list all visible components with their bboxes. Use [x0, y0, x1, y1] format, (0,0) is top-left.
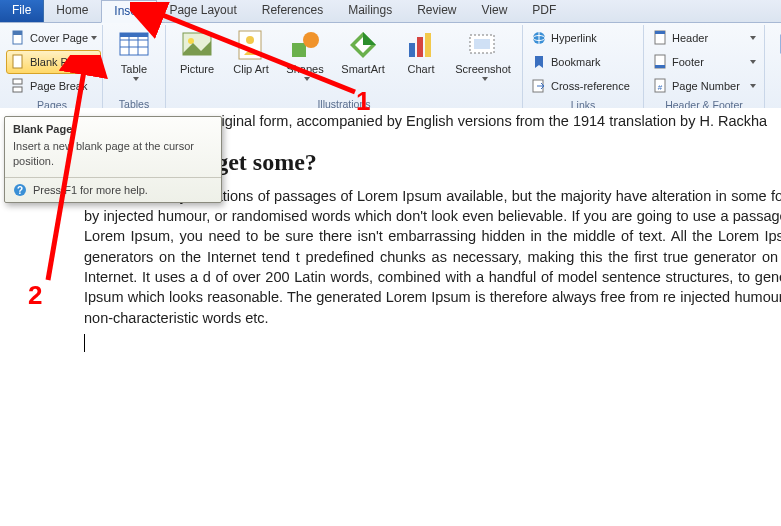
svg-rect-21 — [417, 37, 423, 57]
clip-art-icon — [235, 29, 267, 61]
table-label: Table — [121, 63, 147, 75]
footer-button[interactable]: Footer — [648, 50, 760, 74]
svg-rect-20 — [409, 43, 415, 57]
ribbon-insert: Cover Page Blank Page Page Break Pages T… — [0, 23, 781, 112]
cross-reference-button[interactable]: Cross-reference — [527, 74, 639, 98]
header-button[interactable]: Header — [648, 26, 760, 50]
group-tables: Table Tables — [103, 25, 166, 111]
table-icon — [118, 29, 150, 61]
shapes-button[interactable]: Shapes — [278, 26, 332, 97]
screenshot-button[interactable]: Screenshot — [448, 26, 518, 97]
bookmark-icon — [531, 54, 547, 70]
chevron-down-icon — [750, 84, 756, 88]
tab-file[interactable]: File — [0, 0, 44, 22]
svg-text:?: ? — [17, 185, 23, 196]
tab-insert[interactable]: Insert — [101, 0, 157, 23]
cover-page-button[interactable]: Cover Page — [6, 26, 101, 50]
doc-cursor-line — [84, 334, 781, 354]
group-pages: Cover Page Blank Page Page Break Pages — [2, 25, 103, 111]
hyperlink-button[interactable]: Hyperlink — [527, 26, 639, 50]
svg-rect-22 — [425, 33, 431, 57]
footer-icon — [652, 54, 668, 70]
svg-rect-1 — [13, 31, 22, 35]
clip-art-button[interactable]: Clip Art — [224, 26, 278, 97]
chart-icon — [405, 29, 437, 61]
cross-reference-icon — [531, 78, 547, 94]
svg-point-14 — [246, 36, 254, 44]
svg-rect-30 — [655, 31, 665, 34]
tooltip-body: Insert a new blank page at the cursor po… — [5, 137, 221, 177]
blank-page-icon — [10, 54, 26, 70]
group-header-footer: Header Footer # Page Number Header & Foo… — [644, 25, 765, 111]
page-break-label: Page Break — [30, 80, 87, 92]
picture-label: Picture — [180, 63, 214, 75]
group-illustrations: Picture Clip Art Shapes SmartArt Chart — [166, 25, 523, 111]
chevron-down-icon — [91, 36, 97, 40]
blank-page-label: Blank Page — [30, 56, 86, 68]
page-break-button[interactable]: Page Break — [6, 74, 101, 98]
text-box-icon: A — [777, 29, 781, 61]
page-number-icon: # — [652, 78, 668, 94]
text-cursor-icon — [84, 334, 85, 352]
text-box-button[interactable]: A Text Box — [769, 26, 781, 98]
picture-icon — [181, 29, 213, 61]
tab-references[interactable]: References — [250, 0, 336, 22]
doc-paragraph: There are many variations of passages of… — [84, 186, 781, 328]
svg-rect-4 — [13, 87, 22, 92]
svg-rect-2 — [13, 55, 22, 68]
smartart-icon — [347, 29, 379, 61]
bookmark-button[interactable]: Bookmark — [527, 50, 639, 74]
svg-point-12 — [188, 38, 194, 44]
svg-marker-19 — [363, 32, 376, 45]
shapes-label: Shapes — [286, 63, 323, 75]
text-box-label: Text Box — [774, 63, 781, 87]
table-button[interactable]: Table — [107, 26, 161, 97]
blank-page-button[interactable]: Blank Page — [6, 50, 101, 74]
cross-reference-label: Cross-reference — [551, 80, 630, 92]
tab-page-layout[interactable]: Page Layout — [157, 0, 249, 22]
chevron-down-icon — [304, 77, 310, 81]
ribbon-tabbar: File Home Insert Page Layout References … — [0, 0, 781, 23]
tab-view[interactable]: View — [470, 0, 521, 22]
shapes-icon — [289, 29, 321, 61]
header-label: Header — [672, 32, 708, 44]
page-number-button[interactable]: # Page Number — [648, 74, 760, 98]
page-number-label: Page Number — [672, 80, 740, 92]
bookmark-label: Bookmark — [551, 56, 601, 68]
tab-pdf[interactable]: PDF — [520, 0, 569, 22]
tooltip-help-text: Press F1 for more help. — [33, 184, 148, 196]
chart-button[interactable]: Chart — [394, 26, 448, 97]
svg-rect-15 — [292, 43, 306, 57]
footer-label: Footer — [672, 56, 704, 68]
svg-rect-24 — [474, 39, 490, 49]
picture-button[interactable]: Picture — [170, 26, 224, 97]
screenshot-label: Screenshot — [455, 63, 511, 75]
group-text: A Text Box Quick Pa A WordArt A Drop Cap — [765, 25, 781, 111]
cover-page-icon — [10, 30, 26, 46]
hyperlink-label: Hyperlink — [551, 32, 597, 44]
svg-point-16 — [303, 32, 319, 48]
cover-page-label: Cover Page — [30, 32, 88, 44]
tab-review[interactable]: Review — [405, 0, 469, 22]
svg-text:#: # — [658, 83, 663, 92]
chevron-down-icon — [133, 77, 139, 81]
page-break-icon — [10, 78, 26, 94]
clip-art-label: Clip Art — [233, 63, 268, 75]
chevron-down-icon — [482, 77, 488, 81]
annotation-number-2: 2 — [28, 280, 42, 311]
tooltip-title: Blank Page — [5, 117, 221, 137]
tab-mailings[interactable]: Mailings — [336, 0, 405, 22]
svg-rect-3 — [13, 79, 22, 84]
hyperlink-icon — [531, 30, 547, 46]
annotation-number-1: 1 — [356, 86, 370, 117]
smartart-label: SmartArt — [341, 63, 384, 75]
svg-rect-10 — [120, 33, 148, 37]
group-links: Hyperlink Bookmark Cross-reference Links — [523, 25, 644, 111]
chevron-down-icon — [750, 36, 756, 40]
blank-page-tooltip: Blank Page Insert a new blank page at th… — [4, 116, 222, 203]
header-icon — [652, 30, 668, 46]
tab-home[interactable]: Home — [44, 0, 101, 22]
help-icon: ? — [13, 183, 27, 197]
chevron-down-icon — [750, 60, 756, 64]
chart-label: Chart — [408, 63, 435, 75]
